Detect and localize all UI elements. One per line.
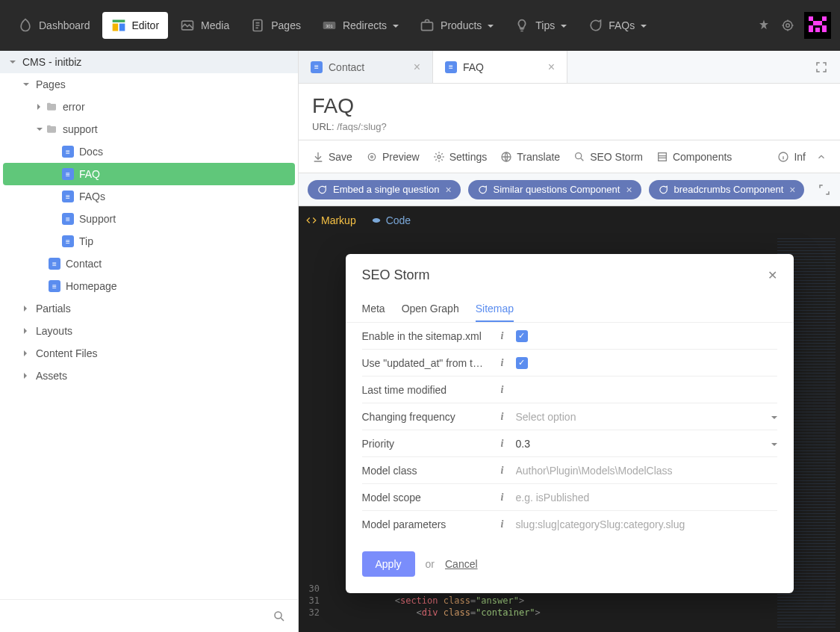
settings-button[interactable]: Settings [433,151,488,163]
cancel-link[interactable]: Cancel [445,558,478,570]
modelscope-input[interactable] [516,492,777,504]
modelclass-input[interactable] [516,465,777,477]
tree-section-partials[interactable]: Partials [0,297,298,320]
code-editor[interactable]: 303132 </section> <section class="answer… [299,233,840,632]
target-icon[interactable] [780,18,795,33]
close-icon[interactable]: × [445,184,451,196]
tree-section-pages[interactable]: Pages [0,73,298,96]
tree-folder-support[interactable]: support [0,118,298,140]
components-button[interactable]: Components [656,151,732,163]
save-icon [312,151,324,163]
folder-icon [45,123,58,136]
tree-section-layouts[interactable]: Layouts [0,320,298,342]
modelparams-input[interactable] [516,518,777,530]
notification-icon[interactable] [756,18,771,33]
apply-button[interactable]: Apply [362,551,415,577]
tab-contact[interactable]: ≡ Contact × [299,51,433,83]
svg-rect-2 [119,24,125,31]
pill-similar-questions[interactable]: Similar questions Component × [468,180,641,199]
tree-label: Assets [36,370,67,382]
gear-icon [433,151,445,163]
tree-page-tip[interactable]: ≡ Tip [0,230,298,253]
editor-tab-code[interactable]: Code [371,214,411,226]
tool-label: Preview [382,151,420,163]
page-icon: ≡ [61,212,75,226]
tree-page-docs[interactable]: ≡ Docs [0,140,298,163]
chat-icon [477,185,488,195]
pill-breadcrumbs[interactable]: breadcrumbs Component × [649,180,805,199]
info-icon[interactable]: i [497,438,508,450]
info-button[interactable]: Inf [777,151,806,163]
chat-icon [588,18,603,33]
priority-select[interactable]: 0.3 [516,438,777,450]
close-icon[interactable]: × [789,184,795,196]
page-icon: ≡ [445,61,457,73]
fullscreen-icon[interactable] [818,183,831,196]
pill-embed-question[interactable]: Embed a single question × [308,180,461,199]
select-value: 0.3 [516,438,530,450]
tree-page-faqs[interactable]: ≡ FAQs [0,185,298,208]
enable-checkbox[interactable]: ✓ [516,330,528,342]
nav-redirects[interactable]: 301 Redirects [313,12,408,39]
info-icon[interactable]: i [497,330,508,342]
field-label-priority: Priority [362,438,489,450]
pill-label: breadcrumbs Component [674,184,784,195]
info-icon[interactable]: i [497,357,508,369]
chat-icon [658,185,668,195]
nav-label: Tips [535,19,555,31]
tree-section-content-files[interactable]: Content Files [0,342,298,365]
tab-faq[interactable]: ≡ FAQ × [433,51,567,83]
lastmod-input[interactable] [516,384,777,396]
tree-page-contact[interactable]: ≡ Contact [0,253,298,275]
tree-root[interactable]: CMS - initbiz [0,51,298,73]
search-icon[interactable] [273,610,286,623]
target-icon [366,151,378,163]
info-icon[interactable]: i [497,411,508,423]
avatar[interactable] [804,12,831,39]
svg-point-9 [786,24,790,28]
svg-point-25 [372,218,380,223]
nav-tips[interactable]: Tips [505,12,576,39]
editor-tab-label: Markup [321,214,356,226]
nav-label: Products [441,19,482,31]
field-label-modelscope: Model scope [362,492,489,504]
nav-media[interactable]: Media [171,12,238,39]
tree-page-homepage[interactable]: ≡ Homepage [0,275,298,297]
tree-folder-error[interactable]: error [0,96,298,118]
info-icon[interactable]: i [497,492,508,504]
changefreq-select[interactable]: Select option [516,411,777,423]
tree-label: FAQs [79,190,105,202]
seo-storm-button[interactable]: SEO Storm [573,151,643,163]
modal-tab-sitemap[interactable]: Sitemap [476,297,514,322]
expand-icon[interactable] [815,61,828,74]
info-icon[interactable]: i [497,465,508,477]
translate-button[interactable]: Translate [500,151,560,163]
modal-tab-og[interactable]: Open Graph [402,297,459,322]
close-icon[interactable]: × [626,184,632,196]
tree-section-assets[interactable]: Assets [0,365,298,387]
tree-label: error [63,101,85,113]
nav-faqs[interactable]: FAQs [579,12,656,39]
nav-dashboard[interactable]: Dashboard [9,12,99,39]
save-button[interactable]: Save [312,151,352,163]
chevron-up-icon[interactable] [816,152,827,162]
svg-rect-11 [809,16,813,21]
updated-checkbox[interactable]: ✓ [516,357,528,369]
info-icon[interactable]: i [497,384,508,396]
close-icon[interactable]: × [414,61,420,74]
tree-page-faq[interactable]: ≡ FAQ [3,163,295,185]
tree-page-support[interactable]: ≡ Support [0,208,298,230]
page-icon: ≡ [61,167,75,181]
info-icon[interactable]: i [497,518,508,530]
preview-button[interactable]: Preview [366,151,420,163]
nav-products[interactable]: Products [411,12,503,39]
tree-label: Pages [36,78,66,90]
nav-pages[interactable]: Pages [241,12,310,39]
close-icon[interactable]: × [548,61,555,74]
modal-tab-meta[interactable]: Meta [362,297,385,322]
field-label-updated: Use "updated_at" from t… [362,357,489,369]
editor-tab-markup[interactable]: Markup [306,214,356,226]
tree-label: Support [79,213,116,225]
close-icon[interactable]: ✕ [768,268,777,282]
nav-editor[interactable]: Editor [102,12,169,39]
